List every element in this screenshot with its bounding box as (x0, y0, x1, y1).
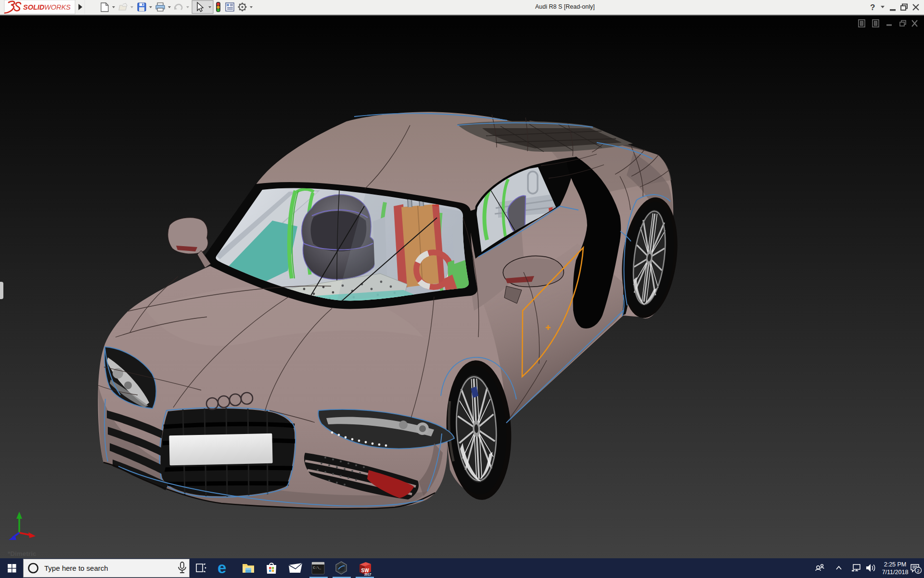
svg-text:C:\_: C:\_ (313, 566, 322, 570)
svg-text:e: e (218, 559, 226, 577)
svg-text:WORKS: WORKS (44, 3, 71, 11)
svg-text:?: ? (870, 3, 875, 12)
svg-text:SOLID: SOLID (23, 3, 45, 11)
svg-text:2:25 PM: 2:25 PM (884, 561, 907, 568)
svg-text:2017: 2017 (364, 573, 372, 576)
svg-text:7/11/2018: 7/11/2018 (882, 569, 909, 576)
svg-text:2: 2 (917, 568, 919, 573)
